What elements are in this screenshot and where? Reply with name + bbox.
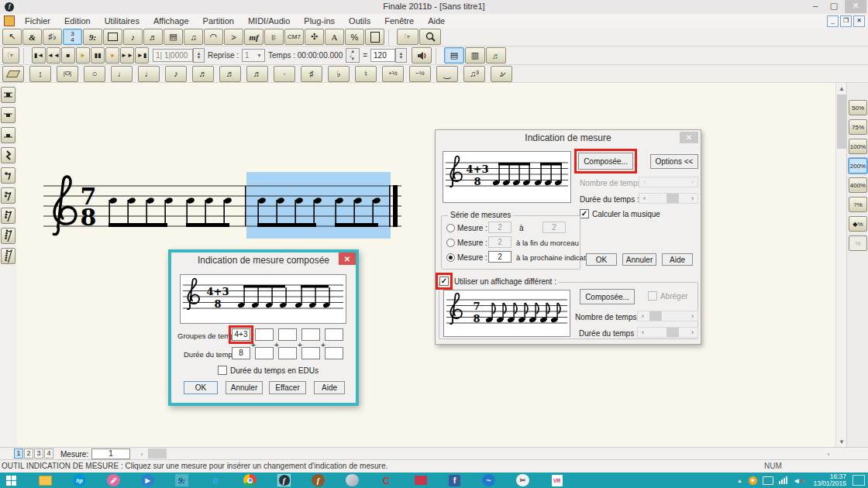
thirtysecond-note[interactable]: ♬ <box>219 66 241 82</box>
repeat-tool[interactable]: ||: <box>264 29 284 45</box>
menu-fichier[interactable]: Fichier <box>18 16 57 26</box>
horizontal-scroll-thumb[interactable] <box>148 448 167 459</box>
menu-midi-audio[interactable]: MIDI/Audio <box>241 16 297 26</box>
mesure-field[interactable]: 1 <box>91 448 130 459</box>
groupes-field-5[interactable] <box>325 328 343 341</box>
facebook-icon[interactable]: f <box>448 474 461 486</box>
ccleaner-icon[interactable]: C <box>380 474 393 486</box>
natural-button[interactable]: ♮ <box>355 66 377 82</box>
menu-plugins[interactable]: Plug-ins <box>297 16 342 26</box>
radio-fin-morceau[interactable] <box>446 239 455 247</box>
score-staff[interactable]: 7 8 <box>36 168 417 250</box>
menu-edition[interactable]: Edition <box>57 16 98 26</box>
paint-app-icon[interactable]: 🖌 <box>107 474 120 486</box>
onetwentyeighth-rest-button[interactable] <box>1 248 16 264</box>
ok-button[interactable]: OK <box>586 253 617 266</box>
tuplet-button[interactable]: ♫³ <box>463 66 485 82</box>
tray-monitor-icon[interactable] <box>763 476 773 485</box>
simple-entry-tool[interactable]: ♪ <box>123 29 143 45</box>
finale-taskbar-icon[interactable]: f <box>277 474 291 486</box>
layer-4-button[interactable]: 4 <box>44 448 53 459</box>
start-button[interactable] <box>5 474 18 486</box>
playback-counter[interactable]: 1| 1|0000 <box>153 49 193 62</box>
tempo-spinner[interactable]: ▲▼ <box>395 48 407 63</box>
menu-outils[interactable]: Outils <box>342 16 377 26</box>
lower-half-step[interactable]: −½ <box>409 66 431 82</box>
hyperscribe-tool[interactable]: ▤ <box>164 29 183 45</box>
duree2-scrollbar[interactable]: ‹› <box>637 327 698 338</box>
tray-orange-icon[interactable] <box>749 476 757 485</box>
sixtyfourth-note[interactable]: ♬ <box>246 66 268 82</box>
menu-utilitaires[interactable]: Utilitaires <box>98 16 146 26</box>
scroll-down-arrow[interactable]: ▼ <box>836 436 847 447</box>
forward-button[interactable]: ►► <box>120 47 134 64</box>
abreger-checkbox[interactable] <box>648 291 657 301</box>
sixtyfourth-rest-button[interactable] <box>1 228 16 244</box>
radio3-field[interactable]: 2 <box>488 251 512 263</box>
tray-network-icon[interactable] <box>779 476 787 484</box>
menu-aide[interactable]: Aide <box>421 16 452 26</box>
duree-field-3[interactable] <box>278 347 297 359</box>
zoom-other-button[interactable]: % <box>849 235 867 251</box>
nombre-temps-scrollbar[interactable]: ‹› <box>639 177 698 187</box>
half-note[interactable]: ♩ <box>111 66 133 82</box>
clef-tool[interactable]: 9: <box>83 29 102 45</box>
options-button[interactable]: Options << <box>650 154 698 169</box>
record-button[interactable]: ● <box>105 47 119 64</box>
resize-tool[interactable]: % <box>345 29 364 45</box>
reprise-select[interactable]: 1▼ <box>242 49 265 62</box>
sixteenth-note[interactable]: ♬ <box>192 66 214 82</box>
quarter-note[interactable]: ♩ <box>138 66 160 82</box>
dialog-close-button[interactable]: ✕ <box>339 253 356 265</box>
pause-button[interactable]: ▮▮ <box>91 47 105 64</box>
scroll-up-arrow[interactable]: ▲ <box>836 83 847 94</box>
rewind-button[interactable]: ◄◄ <box>46 47 60 64</box>
note-value-spinner[interactable]: ▲♩▼ <box>346 48 360 63</box>
half-rest-button[interactable] <box>1 127 16 143</box>
doc-minimize-button[interactable]: _ <box>827 15 839 27</box>
touch-keyboard-icon[interactable] <box>852 475 865 486</box>
expression-tool[interactable]: mf <box>244 29 264 45</box>
openoffice-icon[interactable]: ~ <box>482 474 495 486</box>
zoom-define-button[interactable]: ◆% <box>849 216 867 232</box>
vertical-scrollbar[interactable]: ▲ ▼ <box>835 83 847 447</box>
minimize-button[interactable]: – <box>808 0 823 13</box>
quarter-rest-button[interactable] <box>1 147 16 163</box>
tray-expand-icon[interactable]: ▲ <box>737 478 742 483</box>
radio-mesure-a[interactable] <box>446 224 455 232</box>
aide-button[interactable]: Aide <box>314 381 345 394</box>
zoom-tool[interactable] <box>419 29 441 45</box>
studio-view-button[interactable]: ▥ <box>465 47 485 64</box>
edus-checkbox[interactable] <box>218 366 227 375</box>
scroll-view-button[interactable]: ▤ <box>444 47 464 64</box>
smartmusic-button[interactable]: ☞ <box>2 47 19 64</box>
articulation-tool[interactable]: > <box>224 29 243 45</box>
file-explorer-icon[interactable] <box>39 474 52 486</box>
zoom-100-button[interactable]: 100% <box>849 139 867 154</box>
zoom-400-button[interactable]: 400% <box>849 177 867 193</box>
browser-globe-icon[interactable] <box>346 474 359 486</box>
groupes-field-2[interactable] <box>255 328 274 341</box>
duree-field-1[interactable]: 8 <box>232 347 250 359</box>
groupes-field-4[interactable] <box>301 328 320 341</box>
stop-button[interactable]: ■ <box>61 47 75 64</box>
bass-clef-app-icon[interactable]: 9: <box>175 474 188 486</box>
raise-half-step[interactable]: +½ <box>382 66 404 82</box>
affichage-checkbox[interactable]: ✓ <box>439 277 449 286</box>
nombre2-scrollbar[interactable]: ‹› <box>637 311 698 321</box>
menu-fenetre[interactable]: Fenêtre <box>377 16 421 26</box>
snipping-tool-icon[interactable]: ✂ <box>516 474 529 486</box>
smartshape-tool[interactable]: ◠ <box>204 29 223 45</box>
tray-clock[interactable]: 16:3713/01/2015 <box>813 473 846 487</box>
measure-tool[interactable] <box>103 29 122 45</box>
dialog-close-button[interactable]: ✕ <box>680 132 698 143</box>
duree-field-5[interactable] <box>325 347 343 359</box>
composee-button[interactable]: Composée... <box>578 153 633 170</box>
effacer-button[interactable]: Effacer <box>269 381 306 394</box>
zoom-75-button[interactable]: 75% <box>849 119 867 135</box>
grace-note-button[interactable]: ♪̷ <box>491 66 512 82</box>
sixteenth-rest-button[interactable] <box>1 187 16 204</box>
media-player-icon[interactable]: ▶ <box>141 474 154 486</box>
layer-1-button[interactable]: 1 <box>14 448 23 459</box>
tray-volume-muted-icon[interactable]: ◄✕ <box>793 476 806 485</box>
